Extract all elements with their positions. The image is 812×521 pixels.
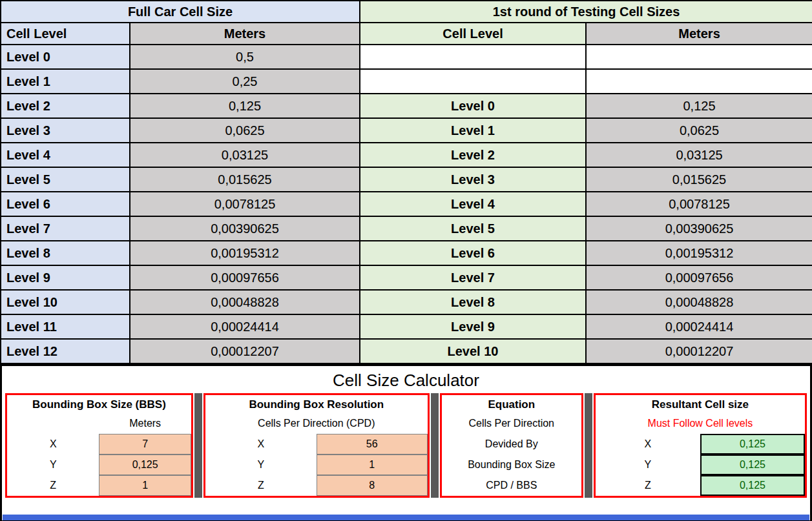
- resolution-z-input-cell[interactable]: 8: [317, 475, 428, 496]
- bbs-axis-y-label: Y: [7, 455, 99, 475]
- table-row: Level 70,00390625Level 50,00390625: [1, 216, 812, 241]
- testing-level-cell: [360, 45, 586, 69]
- result-z-value-cell: 0,125: [700, 475, 805, 496]
- bbs-y-input-cell[interactable]: 0,125: [99, 455, 191, 475]
- testing-level-cell: Level 1: [360, 118, 586, 143]
- resolution-y-input-cell[interactable]: 1: [317, 455, 428, 475]
- full-car-level-cell: Level 4: [1, 143, 130, 167]
- bounding-box-resolution-panel: Bounding Box Resolution Cells Per Direct…: [203, 393, 430, 498]
- cell-size-calculator: Cell Size Calculator Bounding Box Size (…: [0, 364, 812, 521]
- table-row: Level 40,03125Level 20,03125: [1, 143, 812, 167]
- bbs-unit-label: Meters: [99, 413, 191, 434]
- full-car-level-cell: Level 10: [1, 290, 130, 314]
- full-car-level-cell: Level 8: [1, 241, 130, 265]
- result-axis-z-label: Z: [596, 475, 700, 496]
- equation-panel: Equation Cells Per Direction Devided By …: [440, 393, 583, 498]
- full-car-level-cell: Level 9: [1, 265, 130, 290]
- resolution-axis-y-label: Y: [205, 455, 317, 475]
- testing-meters-cell: [586, 45, 812, 69]
- full-car-level-cell: Level 1: [1, 69, 130, 94]
- header-row: Cell Level Meters Cell Level Meters: [1, 23, 812, 45]
- table-row: Level 30,0625Level 10,0625: [1, 118, 812, 143]
- full-car-level-cell: Level 0: [1, 45, 130, 69]
- full-car-level-cell: Level 2: [1, 94, 130, 118]
- testing-meters-cell: [586, 69, 812, 94]
- bbs-axis-x-label: X: [7, 434, 99, 455]
- resolution-x-input-cell[interactable]: 56: [317, 434, 428, 455]
- testing-meters-cell: 0,00024414: [586, 314, 812, 339]
- table-rows-body: Level 00,5Level 10,25Level 20,125Level 0…: [1, 45, 812, 363]
- testing-level-cell: Level 2: [360, 143, 586, 167]
- full-car-meters-header: Meters: [130, 23, 360, 45]
- testing-level-cell: Level 9: [360, 314, 586, 339]
- testing-meters-cell: 0,03125: [586, 143, 812, 167]
- full-car-level-cell: Level 5: [1, 167, 130, 192]
- testing-table-title: 1st round of Testing Cell Sizes: [360, 1, 812, 23]
- spreadsheet-view: Full Car Cell Size 1st round of Testing …: [0, 0, 812, 521]
- testing-level-cell: Level 6: [360, 241, 586, 265]
- result-x-value-cell: 0,125: [700, 434, 805, 455]
- testing-level-cell: Level 3: [360, 167, 586, 192]
- testing-meters-cell: 0,00097656: [586, 265, 812, 290]
- table-row: Level 10,25: [1, 69, 812, 94]
- full-car-level-header: Cell Level: [1, 23, 130, 45]
- bbs-x-input-cell[interactable]: 7: [99, 434, 191, 455]
- table-row: Level 50,015625Level 30,015625: [1, 167, 812, 192]
- bounding-box-size-panel: Bounding Box Size (BBS) Meters X 7 Y 0,1…: [5, 393, 193, 498]
- full-car-meters-cell: 0,00024414: [130, 314, 360, 339]
- testing-meters-cell: 0,0078125: [586, 192, 812, 216]
- table-row: Level 80,00195312Level 60,00195312: [1, 241, 812, 265]
- equation-line: Bounding Box Size: [442, 455, 581, 475]
- cell-size-tables: Full Car Cell Size 1st round of Testing …: [0, 0, 812, 364]
- testing-meters-cell: 0,015625: [586, 167, 812, 192]
- bbs-title: Bounding Box Size (BBS): [7, 395, 191, 413]
- bottom-blue-bar: [3, 515, 809, 520]
- equation-line: Devided By: [442, 434, 581, 455]
- table-row: Level 00,5: [1, 45, 812, 69]
- panel-separator: [431, 393, 439, 498]
- full-car-meters-cell: 0,125: [130, 94, 360, 118]
- testing-level-cell: Level 0: [360, 94, 586, 118]
- full-car-meters-cell: 0,00048828: [130, 290, 360, 314]
- result-y-value-cell: 0,125: [700, 455, 805, 475]
- testing-level-cell: Level 4: [360, 192, 586, 216]
- resolution-title: Bounding Box Resolution: [205, 395, 428, 413]
- testing-meters-cell: 0,00012207: [586, 339, 812, 363]
- testing-level-cell: [360, 69, 586, 94]
- testing-meters-cell: 0,00390625: [586, 216, 812, 241]
- testing-level-cell: Level 7: [360, 265, 586, 290]
- equation-line: Cells Per Direction: [442, 413, 581, 434]
- full-car-meters-cell: 0,25: [130, 69, 360, 94]
- testing-level-cell: Level 8: [360, 290, 586, 314]
- calculator-title: Cell Size Calculator: [2, 366, 810, 393]
- full-car-meters-cell: 0,00195312: [130, 241, 360, 265]
- bbs-empty-cell: [7, 413, 99, 434]
- equation-line: CPD / BBS: [442, 475, 581, 496]
- result-axis-x-label: X: [596, 434, 700, 455]
- testing-meters-cell: 0,00048828: [586, 290, 812, 314]
- full-car-table-title: Full Car Cell Size: [1, 1, 360, 23]
- panel-separator: [585, 393, 592, 498]
- full-car-meters-cell: 0,5: [130, 45, 360, 69]
- resolution-axis-z-label: Z: [205, 475, 317, 496]
- resultant-cell-size-panel: Resultant Cell size Must Follow Cell lev…: [594, 393, 807, 498]
- testing-meters-cell: 0,125: [586, 94, 812, 118]
- full-car-level-cell: Level 12: [1, 339, 130, 363]
- full-car-meters-cell: 0,00390625: [130, 216, 360, 241]
- bbs-axis-z-label: Z: [7, 475, 99, 496]
- testing-meters-cell: 0,0625: [586, 118, 812, 143]
- full-car-meters-cell: 0,00097656: [130, 265, 360, 290]
- full-car-level-cell: Level 6: [1, 192, 130, 216]
- equation-title: Equation: [442, 395, 581, 413]
- resolution-axis-x-label: X: [205, 434, 317, 455]
- full-car-level-cell: Level 7: [1, 216, 130, 241]
- full-car-meters-cell: 0,015625: [130, 167, 360, 192]
- testing-level-cell: Level 5: [360, 216, 586, 241]
- testing-level-header: Cell Level: [360, 23, 586, 45]
- title-row: Full Car Cell Size 1st round of Testing …: [1, 1, 812, 23]
- testing-level-cell: Level 10: [360, 339, 586, 363]
- table-row: Level 20,125Level 00,125: [1, 94, 812, 118]
- table-row: Level 110,00024414Level 90,00024414: [1, 314, 812, 339]
- bbs-z-input-cell[interactable]: 1: [99, 475, 191, 496]
- result-title: Resultant Cell size: [596, 395, 805, 413]
